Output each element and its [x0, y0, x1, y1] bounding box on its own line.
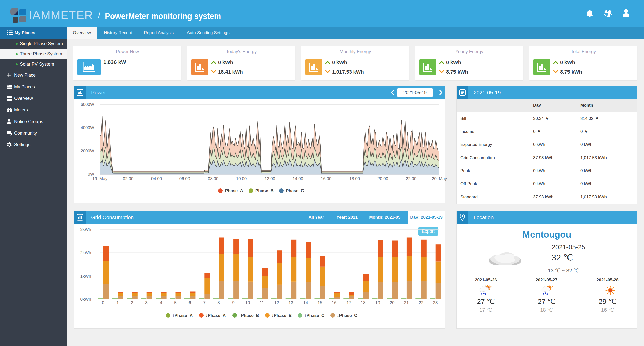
svg-text:20. May: 20. May	[432, 176, 447, 181]
svg-text:↓Phase_B: ↓Phase_B	[272, 313, 292, 318]
svg-text:4: 4	[160, 300, 162, 305]
svg-text:08:00: 08:00	[208, 176, 219, 181]
svg-text:3kWh: 3kWh	[80, 227, 91, 232]
svg-text:↓Phase_A: ↓Phase_A	[206, 313, 226, 318]
svg-text:5: 5	[174, 300, 176, 305]
svg-text:3: 3	[145, 300, 147, 305]
svg-text:22:00: 22:00	[406, 176, 417, 181]
svg-text:16: 16	[332, 300, 337, 305]
svg-text:9: 9	[232, 300, 234, 305]
svg-text:14: 14	[303, 300, 308, 305]
svg-text:0W: 0W	[88, 172, 94, 177]
svg-text:12: 12	[274, 300, 279, 305]
svg-text:Phase_B: Phase_B	[255, 188, 274, 193]
svg-text:0kWh: 0kWh	[80, 297, 91, 302]
svg-text:12:00: 12:00	[264, 176, 275, 181]
svg-text:13: 13	[289, 300, 293, 305]
svg-text:10:00: 10:00	[236, 176, 247, 181]
svg-text:06:00: 06:00	[179, 176, 190, 181]
svg-text:02:00: 02:00	[123, 176, 134, 181]
svg-text:19. May: 19. May	[92, 176, 108, 181]
svg-text:↑Phase_C: ↑Phase_C	[304, 313, 324, 318]
svg-text:22: 22	[419, 300, 424, 305]
svg-text:18: 18	[361, 300, 366, 305]
svg-text:21: 21	[404, 300, 409, 305]
svg-text:8: 8	[217, 300, 220, 305]
svg-text:↓Phase_C: ↓Phase_C	[337, 313, 357, 318]
svg-text:0: 0	[102, 300, 104, 305]
svg-text:7: 7	[203, 300, 205, 305]
svg-text:4000W: 4000W	[81, 125, 94, 130]
svg-text:14:00: 14:00	[293, 176, 304, 181]
svg-text:17: 17	[347, 300, 351, 305]
svg-text:↑Phase_B: ↑Phase_B	[239, 313, 259, 318]
svg-text:11: 11	[260, 300, 264, 305]
svg-text:1kWh: 1kWh	[80, 274, 91, 279]
svg-text:18:00: 18:00	[349, 176, 360, 181]
svg-text:6: 6	[188, 300, 191, 305]
svg-text:19: 19	[375, 300, 380, 305]
svg-text:2: 2	[131, 300, 133, 305]
svg-text:04:00: 04:00	[151, 176, 162, 181]
svg-text:↑Phase_A: ↑Phase_A	[172, 313, 193, 318]
svg-text:2kWh: 2kWh	[80, 250, 91, 255]
svg-text:23: 23	[433, 300, 438, 305]
svg-text:2000W: 2000W	[81, 149, 94, 153]
svg-text:16:00: 16:00	[321, 176, 332, 181]
svg-text:20: 20	[390, 300, 395, 305]
svg-text:20:00: 20:00	[377, 176, 388, 181]
svg-text:Phase_C: Phase_C	[286, 188, 304, 193]
svg-text:6000W: 6000W	[81, 102, 94, 107]
svg-text:15: 15	[318, 300, 322, 305]
svg-text:Phase_A: Phase_A	[225, 188, 243, 193]
svg-text:1: 1	[116, 300, 119, 305]
svg-text:10: 10	[245, 300, 250, 305]
